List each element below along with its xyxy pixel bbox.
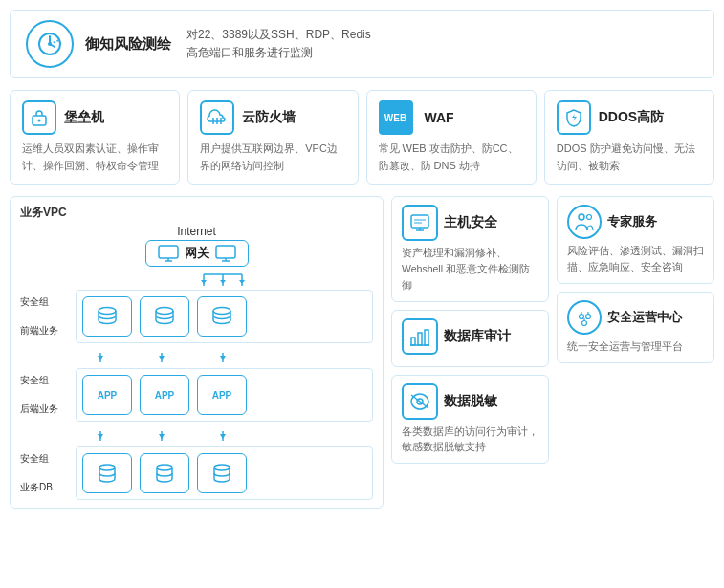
bottom-section: 业务VPC Internet 网关: [10, 196, 714, 509]
svg-point-24: [213, 308, 230, 315]
bastion-icon-wrap: [22, 100, 56, 135]
svg-rect-47: [425, 330, 428, 345]
card-waf-header: WEB WAF: [379, 100, 524, 135]
card-firewall: 云防火墙 用户提供互联网边界、VPC边界的网络访问控制: [187, 90, 358, 185]
db-icon-1: [95, 461, 120, 486]
data-masking-header: 数据脱敏: [402, 383, 538, 420]
data-masking-icon: [409, 391, 430, 412]
svg-point-5: [38, 120, 41, 122]
internet-area: Internet 网关: [20, 225, 373, 267]
panel-soc: 安全运营中心 统一安全运营与管理平台: [557, 292, 714, 363]
svg-marker-30: [220, 356, 226, 360]
node-db-2: [140, 453, 189, 493]
card-firewall-header: 云防火墙: [200, 100, 345, 135]
gateway-label: 网关: [185, 245, 209, 262]
right-panels-area: 专家服务 风险评估、渗透测试、漏洞扫描、应急响应、安全咨询: [557, 196, 714, 509]
firewall-icon-wrap: [200, 100, 234, 135]
waf-desc: 常见 WEB 攻击防护、防CC、防篡改、防 DNS 劫持: [379, 141, 524, 174]
risk-detection-section: 御知风险测绘 对22、3389以及SSH、RDP、Redis 高危端口和服务进行…: [10, 10, 714, 78]
firewall-title: 云防火墙: [242, 109, 296, 126]
host-security-title: 主机安全: [444, 214, 497, 231]
lock-shield-icon: [30, 108, 49, 127]
soc-title: 安全运营中心: [607, 309, 682, 326]
db-icon-3: [209, 461, 234, 486]
sg2-nodes: APP APP APP: [76, 368, 373, 422]
soc-desc: 统一安全运营与管理平台: [567, 338, 704, 355]
node-frontend-1: [82, 296, 132, 337]
bastion-desc: 运维人员双因素认证、操作审计、操作回溯、特权命令管理: [22, 141, 167, 174]
waf-icon-wrap: WEB: [379, 100, 413, 135]
sg2-biz: 后端业务: [20, 403, 70, 416]
svg-rect-46: [418, 333, 422, 345]
svg-point-55: [582, 320, 587, 325]
risk-icon-wrap: [26, 20, 74, 68]
svg-rect-45: [411, 338, 415, 345]
internet-label: Internet: [20, 225, 373, 238]
card-waf: WEB WAF 常见 WEB 攻击防护、防CC、防篡改、防 DNS 劫持: [366, 90, 537, 185]
expert-desc: 风险评估、渗透测试、漏洞扫描、应急响应、安全咨询: [567, 243, 704, 275]
panel-data-masking: 数据脱敏 各类数据库的访问行为审计，敏感数据脱敏支持: [391, 375, 549, 465]
gateway-arrow: [73, 272, 373, 288]
host-security-icon: [409, 212, 430, 233]
stack-icon-3: [209, 304, 234, 329]
svg-rect-9: [159, 246, 178, 258]
app-label-1: APP: [98, 390, 118, 401]
sg-row-3: 安全组 业务DB: [20, 446, 373, 500]
svg-marker-20: [220, 280, 226, 284]
svg-marker-29: [159, 356, 165, 360]
sg2-info: 安全组 后端业务: [20, 368, 70, 416]
monitor-left-icon: [158, 245, 179, 262]
firewall-desc: 用户提供互联网边界、VPC边界的网络访问控制: [200, 141, 345, 174]
sg1-label: 安全组: [20, 295, 70, 309]
expert-icon: [574, 211, 595, 232]
node-frontend-2: [140, 296, 189, 337]
risk-scan-icon: [36, 31, 63, 57]
inter-row-arrow-1: [76, 351, 373, 364]
sg3-label: 安全组: [20, 452, 70, 466]
card-ddos-header: DDOS高防: [557, 100, 702, 135]
db-audit-icon: [409, 326, 430, 347]
svg-rect-40: [411, 215, 428, 228]
app-label-3: APP: [212, 390, 232, 401]
db-audit-title: 数据库审计: [444, 328, 511, 345]
gateway-box: 网关: [145, 240, 249, 267]
sg1-nodes: [76, 290, 373, 343]
node-backend-2: APP: [140, 375, 189, 415]
svg-point-22: [99, 308, 116, 315]
data-masking-icon-wrap: [402, 383, 438, 420]
host-security-header: 主机安全: [402, 205, 538, 241]
panel-db-audit: 数据库审计: [391, 310, 549, 367]
node-backend-1: APP: [82, 375, 132, 415]
card-bastion: 堡垒机 运维人员双因素认证、操作审计、操作回溯、特权命令管理: [10, 90, 180, 185]
node-frontend-3: [197, 296, 247, 337]
svg-point-52: [587, 215, 592, 220]
node-db-3: [197, 453, 247, 493]
db-icon-2: [152, 461, 177, 486]
svg-point-37: [99, 465, 115, 470]
svg-point-38: [157, 465, 172, 470]
cloud-firewall-icon: [207, 108, 228, 127]
panel-expert: 专家服务 风险评估、渗透测试、漏洞扫描、应急响应、安全咨询: [557, 196, 714, 284]
host-security-desc: 资产梳理和漏洞修补、Webshell 和恶意文件检测防御: [402, 245, 538, 293]
inter-row-arrow-2: [76, 429, 373, 443]
waf-badge: WEB: [384, 113, 406, 123]
svg-marker-36: [220, 434, 226, 439]
expert-icon-wrap: [567, 205, 602, 239]
ddos-desc: DDOS 防护避免访问慢、无法访问、被勒索: [557, 141, 702, 174]
cards-row: 堡垒机 运维人员双因素认证、操作审计、操作回溯、特权命令管理 云防火墙 用户提供…: [10, 90, 714, 185]
bastion-title: 堡垒机: [64, 109, 104, 126]
node-db-1: [82, 453, 132, 493]
sg3-biz: 业务DB: [20, 481, 70, 494]
monitor-right-icon: [215, 245, 236, 262]
host-security-icon-wrap: [402, 205, 438, 241]
sg1-info: 安全组 前端业务: [20, 290, 70, 338]
sg1-biz: 前端业务: [20, 324, 70, 338]
panel-host-security: 主机安全 资产梳理和漏洞修补、Webshell 和恶意文件检测防御: [391, 196, 549, 301]
stack-icon-2: [152, 304, 177, 329]
node-backend-3: APP: [197, 375, 247, 415]
sg3-info: 安全组 业务DB: [20, 446, 70, 494]
svg-point-39: [214, 465, 230, 470]
soc-icon-wrap: [567, 300, 602, 335]
sg2-label: 安全组: [20, 374, 70, 387]
card-bastion-header: 堡垒机: [22, 100, 167, 135]
